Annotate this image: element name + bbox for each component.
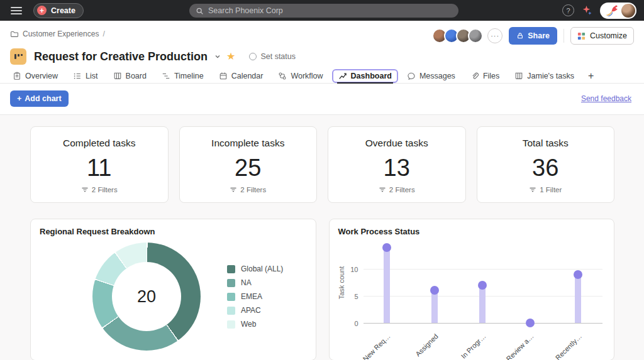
donut-total: 20 (137, 287, 156, 307)
board-icon (113, 72, 122, 80)
send-feedback-link[interactable]: Send feedback (581, 94, 631, 103)
y-tick-label: 10 (345, 266, 358, 273)
sidebar-toggle-icon[interactable] (11, 7, 22, 14)
stat-title: Total tasks (523, 138, 569, 149)
legend-label: Web (241, 320, 256, 329)
legend-item: NA (227, 278, 283, 287)
chat-icon (407, 72, 416, 80)
tab-messages[interactable]: Messages (401, 69, 462, 83)
tab-dashboard[interactable]: Dashboard (332, 69, 398, 83)
stat-value: 13 (384, 156, 410, 180)
legend-item: EMEA (227, 292, 283, 301)
lollipop-dot[interactable] (526, 319, 535, 327)
set-status-button[interactable]: Set status (249, 52, 296, 61)
global-search[interactable] (189, 4, 458, 18)
timeline-icon (162, 72, 170, 80)
lollipop-stem (384, 248, 390, 323)
donut-chart-title: Regional Request Breakdown (40, 227, 155, 236)
legend-swatch (227, 293, 235, 301)
donut-ring: 20 (92, 243, 201, 351)
donut-legend: Global (ALL)NAEMEAAPACWeb (227, 265, 283, 329)
lollipop-dot[interactable] (478, 281, 487, 290)
avatar-overflow-button[interactable]: ··· (487, 28, 502, 43)
create-button[interactable]: + Create (33, 3, 84, 18)
ai-sparkle-icon[interactable] (582, 5, 592, 16)
breadcrumb[interactable]: Customer Experiences / (10, 27, 105, 38)
share-button[interactable]: Share (509, 27, 557, 45)
add-chart-button[interactable]: + Add chart (10, 90, 69, 107)
stat-value: 36 (532, 156, 558, 180)
donut-chart-card[interactable]: Regional Request Breakdown 20 Global (AL… (30, 219, 316, 360)
chartline-icon (338, 72, 347, 80)
tab-jamie-s-tasks[interactable]: Jamie's tasks (508, 69, 580, 83)
member-avatars[interactable] (432, 28, 483, 43)
x-tick-label: In Progr… (436, 330, 482, 341)
search-input[interactable] (208, 6, 452, 15)
legend-swatch (227, 307, 235, 315)
clipboard-icon (13, 72, 21, 80)
project-icon[interactable] (10, 48, 26, 65)
x-tick-label: Assigned (388, 330, 435, 341)
breadcrumb-separator: / (103, 30, 104, 38)
lollipop-stem (431, 290, 438, 323)
dashboard-toolbar: + Add chart Send feedback (0, 84, 644, 115)
tab-calendar[interactable]: Calendar (213, 69, 270, 83)
lollipop-stem (575, 275, 581, 323)
legend-item: APAC (227, 306, 283, 315)
stat-card-incomplete-tasks[interactable]: Incomplete tasks252 Filters (179, 126, 318, 203)
lollipop-dot[interactable] (382, 243, 391, 252)
legend-swatch (227, 320, 235, 329)
tab-files[interactable]: Files (464, 69, 506, 83)
stat-title: Overdue tasks (365, 138, 428, 149)
lollipop-chart-title: Work Process Status (338, 227, 420, 236)
lollipop-stem (479, 285, 486, 323)
help-button[interactable]: ? (562, 4, 574, 16)
breadcrumb-team[interactable]: Customer Experiences (23, 30, 99, 38)
lollipop-dot[interactable] (430, 286, 439, 295)
favorite-star-icon[interactable]: ★ (226, 52, 235, 62)
stat-filters: 2 Filters (379, 186, 415, 194)
stat-card-total-tasks[interactable]: Total tasks361 Filter (477, 126, 615, 203)
avatar-member-4[interactable] (468, 28, 483, 43)
legend-label: APAC (241, 306, 261, 315)
add-tab-button[interactable]: + (583, 70, 599, 82)
tab-board[interactable]: Board (107, 69, 153, 83)
search-icon (196, 7, 204, 15)
legend-label: EMEA (241, 292, 262, 301)
top-bar: + Create ? (0, 0, 644, 21)
legend-swatch (227, 279, 235, 287)
filter-icon (81, 186, 89, 194)
gridline (364, 269, 602, 270)
stat-value: 25 (235, 156, 261, 180)
plus-icon: + (17, 94, 21, 103)
y-tick-label: 0 (345, 320, 358, 327)
tab-workflow[interactable]: Workflow (272, 69, 329, 83)
divider (564, 29, 564, 43)
tab-list[interactable]: List (67, 69, 104, 83)
legend-swatch (227, 265, 235, 273)
legend-label: Global (ALL) (241, 265, 283, 273)
list-icon (73, 72, 82, 80)
plus-icon: + (37, 6, 47, 15)
x-axis-line (364, 323, 602, 324)
page-title: Request for Creative Production (34, 50, 208, 63)
stat-card-overdue-tasks[interactable]: Overdue tasks132 Filters (328, 126, 466, 203)
filter-icon (379, 186, 386, 194)
customize-button[interactable]: Customize (570, 27, 634, 45)
project-header: Customer Experiences / ··· Share (0, 21, 644, 115)
paperclip-icon (470, 72, 479, 80)
add-chart-label: Add chart (25, 94, 61, 103)
filter-icon (230, 186, 237, 194)
stat-card-completed-tasks[interactable]: Completed tasks112 Filters (30, 126, 169, 203)
tab-bar: OverviewListBoardTimelineCalendarWorkflo… (0, 67, 644, 84)
stat-filters: 2 Filters (230, 186, 266, 194)
tab-timeline[interactable]: Timeline (155, 69, 210, 83)
lollipop-chart-card[interactable]: Work Process Status Task count 0510New R… (329, 219, 615, 360)
user-avatar (621, 4, 635, 18)
set-status-label: Set status (260, 52, 296, 61)
tab-overview[interactable]: Overview (6, 69, 64, 83)
filter-icon (529, 186, 536, 194)
chevron-down-icon[interactable] (214, 53, 221, 60)
lollipop-dot[interactable] (574, 270, 582, 279)
user-pill[interactable] (600, 3, 636, 19)
